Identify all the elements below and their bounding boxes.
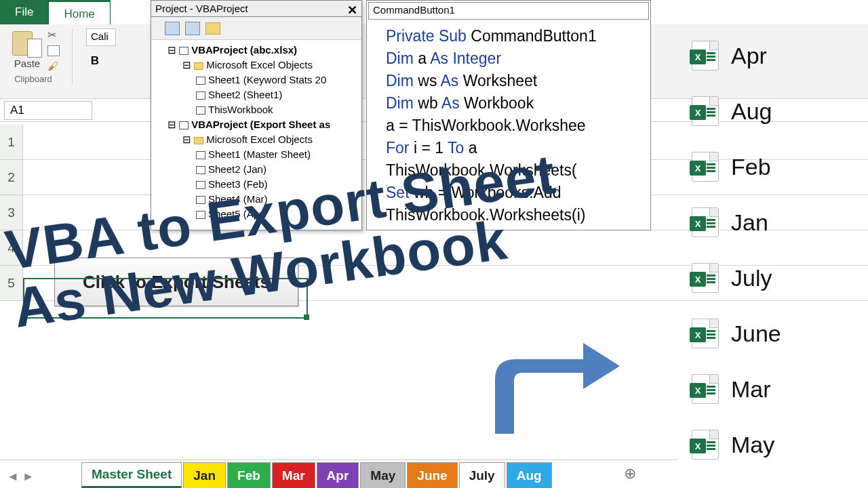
tab-file[interactable]: File [0, 0, 49, 24]
file-name: Aug [731, 98, 772, 125]
tree-node[interactable]: ⊟ VBAProject (Export Sheet as [155, 117, 357, 132]
sheet-tab[interactable]: Jan [183, 462, 226, 488]
tree-node[interactable]: ⊟ Microsoft Excel Objects [155, 132, 357, 147]
tree-node[interactable]: Sheet2 (Jan) [155, 162, 357, 177]
file-name: Apr [731, 43, 767, 69]
excel-file-icon: X [692, 41, 719, 70]
vbe-code-window[interactable]: CommandButton1 Private Sub CommandButton… [366, 0, 651, 230]
sheet-tab[interactable]: July [459, 462, 505, 488]
row-header[interactable]: 1 [0, 125, 22, 160]
export-sheets-button[interactable]: Click to Export Sheets [54, 258, 298, 306]
sheet-tab[interactable]: Mar [272, 462, 315, 488]
vbe-toolbar [151, 17, 361, 40]
tree-node[interactable]: Sheet1 (Master Sheet) [155, 147, 357, 162]
file-name: July [731, 265, 772, 291]
copy-icon[interactable] [47, 45, 60, 56]
tab-home[interactable]: Home [49, 0, 110, 24]
row-header[interactable]: 3 [0, 195, 22, 230]
vbe-project-title: Project - VBAProject [155, 3, 248, 14]
font-group: Cali B [86, 28, 116, 70]
file-item[interactable]: XMar [692, 374, 854, 404]
format-painter-icon[interactable]: 🖌 [47, 60, 60, 71]
tree-node[interactable]: ⊟ VBAProject (abc.xlsx) [155, 43, 357, 58]
file-item[interactable]: XFeb [692, 152, 854, 182]
clipboard-label: Clipboard [14, 74, 52, 84]
excel-file-icon: X [692, 319, 719, 348]
toggle-folders-icon[interactable] [205, 22, 220, 35]
code-pane[interactable]: Private Sub CommandButton1Dim a As Integ… [367, 21, 650, 230]
tree-node[interactable]: Sheet3 (Feb) [155, 177, 357, 192]
vbe-project-explorer[interactable]: Project - VBAProject ✕ ⊟ VBAProject (abc… [151, 0, 362, 230]
sheet-tab[interactable]: Master Sheet [81, 462, 182, 488]
sheet-tab[interactable]: May [360, 462, 406, 488]
view-object-icon[interactable] [185, 22, 200, 35]
project-tree[interactable]: ⊟ VBAProject (abc.xlsx)⊟ Microsoft Excel… [151, 40, 361, 224]
excel-file-icon: X [692, 263, 719, 293]
tree-node[interactable]: ThisWorkbook [155, 102, 357, 117]
cut-icon[interactable]: ✂ [47, 28, 60, 41]
bold-button[interactable]: B [86, 53, 104, 70]
exported-files-list: XAprXAugXFebXJanXJulyXJuneXMarXMay [692, 41, 854, 460]
tree-node[interactable]: Sheet5 (Apr) [155, 207, 357, 222]
tree-node[interactable]: Sheet1 (Keyword Stats 20 [155, 73, 357, 87]
new-sheet-button[interactable]: ⊕ [624, 465, 636, 483]
excel-file-icon: X [692, 430, 719, 460]
sheet-tab[interactable]: June [407, 462, 457, 488]
row-header[interactable]: 4 [0, 230, 22, 266]
sheet-tab[interactable]: Apr [317, 462, 359, 488]
file-item[interactable]: XApr [692, 41, 854, 70]
arrow-icon [475, 339, 624, 434]
paste-button[interactable]: Paste [7, 28, 47, 69]
file-name: June [731, 321, 781, 347]
clipboard-group: Paste ✂ 🖌 Clipboard [7, 28, 73, 84]
excel-file-icon: X [692, 96, 719, 126]
tab-nav[interactable]: ◄ ► [7, 470, 35, 484]
object-combo[interactable]: CommandButton1 [368, 2, 649, 20]
font-name-box[interactable]: Cali [86, 28, 116, 46]
excel-file-icon: X [692, 207, 719, 237]
file-item[interactable]: XAug [692, 96, 854, 126]
sheet-tab-bar: Master SheetJanFebMarAprMayJuneJulyAug [0, 460, 678, 488]
paste-label: Paste [14, 58, 40, 69]
view-code-icon[interactable] [165, 22, 180, 35]
row-header[interactable]: 2 [0, 160, 22, 195]
tree-node[interactable]: ⊟ Microsoft Excel Objects [155, 58, 357, 73]
name-box[interactable] [4, 101, 92, 120]
file-item[interactable]: XJan [692, 207, 854, 237]
row-header[interactable]: 5 [0, 266, 22, 301]
sheet-tab[interactable]: Feb [227, 462, 271, 488]
tree-node[interactable]: Sheet4 (Mar) [155, 192, 357, 207]
file-name: May [731, 432, 774, 458]
excel-file-icon: X [692, 152, 719, 182]
file-item[interactable]: XMay [692, 430, 854, 460]
close-icon[interactable]: ✕ [347, 3, 357, 14]
tree-node[interactable]: Sheet2 (Sheet1) [155, 87, 357, 102]
file-item[interactable]: XJune [692, 319, 854, 348]
sheet-tab[interactable]: Aug [507, 462, 552, 488]
excel-file-icon: X [692, 374, 719, 404]
file-name: Jan [731, 209, 768, 236]
file-item[interactable]: XJuly [692, 263, 854, 293]
file-name: Mar [731, 376, 771, 403]
file-name: Feb [731, 154, 771, 180]
